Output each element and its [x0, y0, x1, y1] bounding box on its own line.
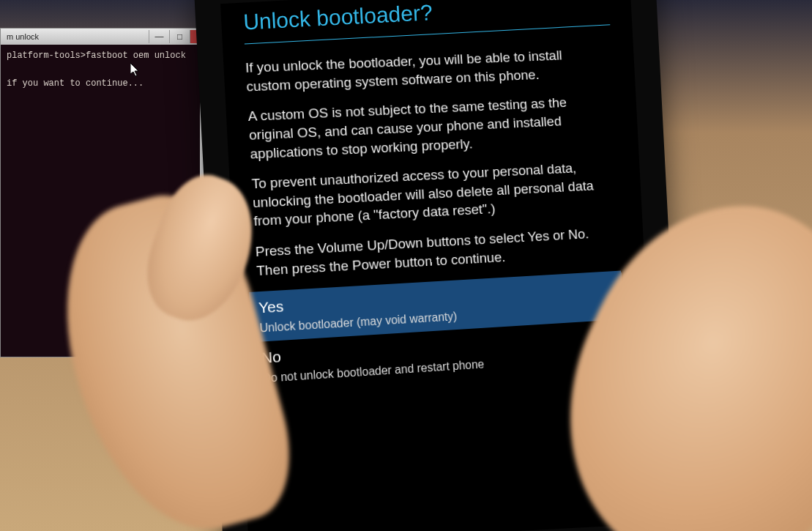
terminal-titlebar[interactable]: m unlock — □ ×: [1, 29, 212, 45]
warning-text-block: If you unlock the bootloader, you will b…: [245, 45, 619, 392]
mouse-cursor-icon: [130, 63, 141, 81]
terminal-line-2: if you want to continue...: [7, 78, 144, 89]
warning-paragraph-4: Press the Volume Up/Down buttons to sele…: [255, 223, 612, 280]
warning-paragraph-3: To prevent unauthorized access to your p…: [251, 157, 608, 231]
warning-paragraph-1: If you unlock the bootloader, you will b…: [245, 45, 600, 95]
terminal-title: m unlock: [7, 32, 39, 41]
warning-paragraph-2: A custom OS is not subject to the same t…: [247, 92, 604, 163]
page-title: Unlock bootloader?: [243, 0, 611, 45]
terminal-line-1: platform-tools>fastboot oem unlock: [7, 51, 186, 61]
minimize-button[interactable]: —: [149, 30, 169, 43]
maximize-button[interactable]: □: [169, 30, 190, 43]
